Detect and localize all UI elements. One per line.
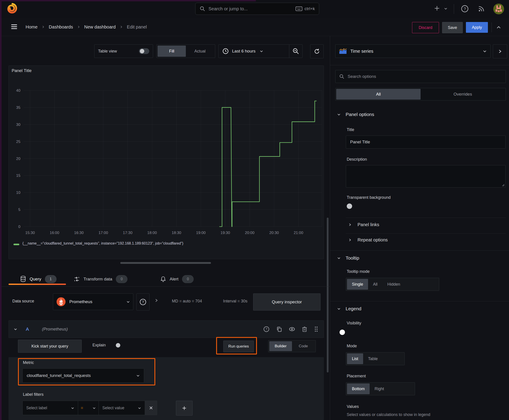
select-label-dropdown[interactable]: Select label (23, 401, 78, 415)
save-button[interactable]: Save (442, 22, 463, 33)
delete-query-icon[interactable] (302, 326, 307, 332)
svg-text:16:30: 16:30 (74, 231, 84, 235)
tooltip-mode-segmented: Single All Hidden (346, 278, 439, 291)
metric-label: Metric (23, 360, 34, 365)
add-new-button[interactable] (433, 5, 440, 12)
global-search-input[interactable]: Search or jump to... ctrl+k (195, 3, 319, 15)
breadcrumb-dashboards[interactable]: Dashboards (49, 24, 73, 30)
legend-mode-list[interactable]: List (347, 353, 363, 364)
query-row-header[interactable]: A (Prometheus) ? (8, 320, 324, 338)
grafana-logo-icon[interactable] (6, 2, 17, 15)
svg-text:17:00: 17:00 (99, 231, 108, 235)
svg-text:16:00: 16:00 (50, 231, 59, 235)
viz-pane-expand-button[interactable] (493, 45, 507, 58)
remove-filter-button[interactable] (145, 401, 157, 415)
tab-query-label: Query (30, 277, 41, 282)
select-value-placeholder: Select value (102, 406, 124, 410)
run-queries-button[interactable]: Run queries (223, 341, 254, 352)
legend-mode-table[interactable]: Table (363, 353, 383, 364)
zoom-out-icon[interactable] (289, 45, 302, 58)
collapse-up-icon[interactable] (495, 24, 502, 30)
panel-resize-handle[interactable] (120, 262, 211, 264)
tooltip-mode-hidden[interactable]: Hidden (382, 279, 405, 290)
section-divider (330, 250, 509, 251)
discard-button[interactable]: Discard (412, 22, 439, 33)
tab-transform-label: Transform data (84, 277, 112, 282)
add-new-chevron-icon[interactable] (444, 7, 448, 10)
query-ref-id[interactable]: A (26, 326, 29, 332)
legend-placement-bottom[interactable]: Bottom (347, 383, 370, 394)
tab-query-underline (8, 284, 66, 285)
chevron-down-icon[interactable] (14, 327, 17, 331)
breadcrumb-home[interactable]: Home (26, 24, 38, 30)
tooltip-section-header[interactable]: Tooltip (337, 255, 359, 261)
panel-options-header[interactable]: Panel options (337, 112, 374, 117)
repeat-options-row[interactable]: Repeat options (348, 237, 388, 242)
tooltip-mode-single[interactable]: Single (347, 279, 368, 290)
svg-text:5: 5 (18, 208, 20, 212)
tab-alert[interactable]: Alert 0 (160, 273, 194, 285)
query-help-icon[interactable]: ? (263, 326, 270, 332)
news-rss-icon[interactable] (478, 5, 485, 13)
breadcrumb-new-dashboard[interactable]: New dashboard (84, 24, 116, 30)
options-tabs: All Overrides (335, 88, 506, 100)
description-textarea[interactable] (346, 165, 506, 188)
panel-title-input[interactable]: Panel Title (346, 135, 506, 149)
breadcrumb: Home Dashboards New dashboard Edit panel (26, 22, 147, 32)
duplicate-query-icon[interactable] (276, 326, 282, 332)
hide-query-icon[interactable] (289, 326, 295, 332)
drag-handle-icon[interactable] (314, 326, 319, 332)
tab-transform[interactable]: Transform data 0 (74, 273, 128, 285)
svg-text:40: 40 (16, 88, 20, 93)
panel-title[interactable]: Panel Title (12, 68, 32, 73)
table-view-toggle[interactable] (139, 48, 149, 54)
panel-links-row[interactable]: Panel links (348, 222, 379, 227)
tab-query[interactable]: Query 1 (20, 273, 57, 285)
search-icon (199, 6, 205, 12)
time-range-picker[interactable]: Last 6 hours (219, 45, 289, 58)
options-tab-all[interactable]: All (336, 89, 421, 100)
legend-placement-right[interactable]: Right (370, 383, 389, 394)
apply-button[interactable]: Apply (466, 22, 488, 33)
search-icon (339, 74, 344, 79)
kickstart-button[interactable]: Kick start your query (18, 340, 82, 353)
options-search-placeholder: Search options (348, 74, 376, 79)
menu-hamburger-icon[interactable] (10, 23, 18, 30)
tooltip-mode-all[interactable]: All (368, 279, 382, 290)
chevron-down-icon (126, 300, 130, 304)
fill-option[interactable]: Fill (158, 45, 186, 57)
datasource-help-button[interactable]: ? (137, 293, 150, 310)
legend-placement-label: Placement (347, 374, 366, 378)
legend-visibility-label: Visibility (347, 321, 361, 326)
code-option[interactable]: Code (292, 341, 315, 351)
time-series-chart[interactable]: 051015202530354015:3016:0016:3017:0017:3… (9, 86, 323, 241)
main-scrollbar[interactable] (327, 218, 328, 372)
refresh-button[interactable] (310, 45, 324, 58)
datasource-select[interactable]: Prometheus (53, 293, 133, 310)
user-avatar[interactable] (493, 4, 504, 14)
title-field-label: Title (347, 128, 354, 132)
timeseries-viz-icon (339, 48, 347, 54)
resize-handle-icon[interactable] (501, 183, 504, 187)
legend-series-swatch[interactable] (14, 244, 19, 245)
metric-value: cloudflared_tunnel_total_requests (27, 373, 91, 378)
options-search-input[interactable]: Search options (335, 70, 506, 83)
metric-select[interactable]: cloudflared_tunnel_total_requests (23, 368, 144, 383)
legend-section-header[interactable]: Legend (337, 306, 361, 311)
help-icon[interactable]: ? (461, 5, 469, 13)
query-inspector-button[interactable]: Query inspector (253, 293, 320, 310)
operator-dropdown[interactable]: = (78, 401, 99, 415)
actual-option[interactable]: Actual (186, 45, 214, 57)
datasource-name: Prometheus (69, 299, 126, 304)
window-edge-top (0, 0, 256, 1)
legend-series-label[interactable]: {__name__="cloudflared_tunnel_total_requ… (23, 241, 183, 246)
collapse-stats-icon[interactable] (154, 298, 159, 302)
options-tab-overrides[interactable]: Overrides (421, 89, 505, 100)
chevron-down-icon (92, 406, 96, 410)
table-view-control[interactable]: Table view (94, 45, 153, 58)
add-filter-button[interactable] (176, 401, 193, 415)
builder-option[interactable]: Builder (269, 341, 292, 351)
viz-picker-select[interactable]: Time series (335, 45, 491, 58)
builder-code-segmented: Builder Code (268, 340, 316, 352)
select-value-dropdown[interactable]: Select value (99, 401, 145, 415)
